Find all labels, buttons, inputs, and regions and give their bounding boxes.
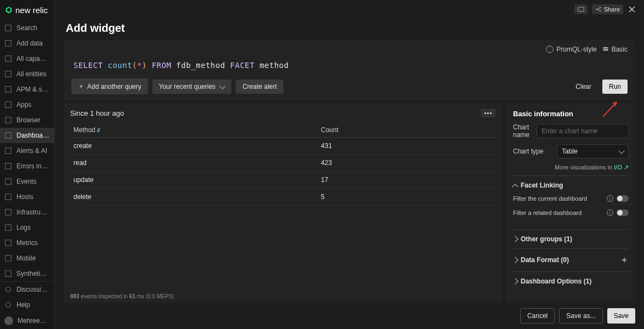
keyboard-shortcut-chip[interactable] <box>574 4 588 14</box>
query-editor[interactable]: SELECT count(*) FROM fdb_method FACET me… <box>71 55 628 75</box>
lparen: ( <box>132 61 137 70</box>
add-data-format-button[interactable]: ＋ <box>620 254 629 266</box>
sidebar-item-apps[interactable]: Apps <box>0 97 54 112</box>
chart-name-input[interactable] <box>537 124 629 138</box>
sidebar-item-add-data[interactable]: Add data <box>0 36 54 51</box>
close-icon[interactable] <box>628 5 636 14</box>
query-panel: PromQL-style Basic SELECT count(*) FROM … <box>64 40 635 100</box>
sidebar-item-browser[interactable]: Browser <box>0 112 54 128</box>
col-method[interactable]: Method⇵ <box>69 123 317 138</box>
chat-icon <box>4 286 12 293</box>
star: * <box>137 61 142 70</box>
brand-text: new relic <box>15 5 48 15</box>
nav-main: SearchAdd dataAll capabilitiesAll entiti… <box>0 20 54 281</box>
basic-info-title: Basic information <box>513 110 629 118</box>
brand-logo[interactable]: new relic <box>0 0 54 20</box>
svg-point-20 <box>600 7 601 8</box>
svg-rect-16 <box>5 271 12 277</box>
sidebar-item-alerts-ai[interactable]: Alerts & AI <box>0 143 54 158</box>
chevron-down-icon <box>220 83 226 89</box>
chart-type-label: Chart type <box>513 148 552 155</box>
promql-label: PromQL-style <box>556 46 596 53</box>
external-link-icon: ↗ <box>622 164 629 171</box>
sidebar-item-search[interactable]: Search <box>0 20 54 36</box>
sidebar-item-errors-inbox[interactable]: Errors inbox <box>0 158 54 174</box>
other-groups-header[interactable]: Other groups (1) <box>513 235 629 243</box>
globe-icon <box>546 46 554 53</box>
result-menu-button[interactable]: ••• <box>481 109 495 117</box>
layers-icon <box>4 208 12 216</box>
nav-label: Mobile <box>16 254 36 262</box>
cell-count: 423 <box>317 155 497 172</box>
sidebar-item-hosts[interactable]: Hosts <box>0 189 54 205</box>
page-title: Add widget <box>55 14 644 40</box>
result-panel: Since 1 hour ago ••• Method⇵ Count creat… <box>64 103 502 303</box>
chevron-right-icon <box>512 278 518 284</box>
plus-icon <box>4 39 12 47</box>
svg-rect-5 <box>5 102 12 108</box>
run-button[interactable]: Run <box>602 80 628 94</box>
sidebar-item-all-entities[interactable]: All entities <box>0 66 54 82</box>
info-icon[interactable]: i <box>607 195 613 202</box>
table-row[interactable]: delete5 <box>69 189 497 206</box>
bell-icon <box>4 147 12 155</box>
col-count[interactable]: Count <box>317 123 497 138</box>
info-icon[interactable]: i <box>607 209 613 216</box>
cell-method: create <box>69 138 317 155</box>
promql-toggle[interactable]: PromQL-style <box>546 46 596 53</box>
basic-toggle[interactable]: Basic <box>602 46 628 53</box>
data-format-header[interactable]: Data Format (0) ＋ <box>513 254 629 266</box>
sidebar: new relic SearchAdd dataAll capabilities… <box>0 0 55 329</box>
svg-rect-8 <box>5 148 12 154</box>
table-row[interactable]: read423 <box>69 155 497 172</box>
create-alert-button[interactable]: Create alert <box>236 80 283 94</box>
dashboard-options-header[interactable]: Dashboard Options (1) <box>513 277 629 285</box>
chevron-right-icon <box>512 257 518 263</box>
plus-icon: ＋ <box>78 82 84 91</box>
clear-button[interactable]: Clear <box>569 80 598 94</box>
facet-linking-header[interactable]: Facet Linking <box>513 181 629 189</box>
nav-label: Search <box>16 24 37 32</box>
filter-related-label: Filter a related dashboard <box>513 209 603 217</box>
cell-method: delete <box>69 189 317 206</box>
more-viz-link[interactable]: More visualizations in I/O ↗ <box>513 164 629 171</box>
chart-type-select[interactable]: Table <box>557 144 629 158</box>
sidebar-item-apm-services[interactable]: APM & services <box>0 82 54 97</box>
nav-label: Add data <box>16 39 43 47</box>
sidebar-item-events[interactable]: Events <box>0 174 54 189</box>
table-row[interactable]: update17 <box>69 172 497 189</box>
recent-queries-button[interactable]: Your recent queries <box>152 80 232 94</box>
sidebar-item-infrastructure[interactable]: Infrastructure <box>0 205 54 220</box>
nav-label: All capabilities <box>16 55 50 63</box>
nav-label: Browser <box>16 116 41 124</box>
fn-count: count <box>108 61 133 70</box>
svg-rect-12 <box>5 209 12 215</box>
svg-point-18 <box>6 303 11 308</box>
sidebar-footer-mehreen-tahir[interactable]: Mehreen Tahir <box>0 313 54 329</box>
add-query-button[interactable]: ＋ Add another query <box>71 78 148 94</box>
sidebar-item-mobile[interactable]: Mobile <box>0 251 54 266</box>
sidebar-item-synthetic-monitori[interactable]: Synthetic monitori <box>0 266 54 281</box>
config-panel: Basic information Chart name Chart type … <box>506 103 635 303</box>
filter-related-toggle[interactable] <box>617 209 629 216</box>
share-button[interactable]: Share <box>592 4 623 14</box>
ident-col: method <box>259 61 289 70</box>
chevron-down-icon <box>618 148 624 154</box>
cancel-button[interactable]: Cancel <box>520 308 555 324</box>
topbar: Share <box>55 0 644 14</box>
sidebar-item-logs[interactable]: Logs <box>0 220 54 235</box>
avatar <box>4 316 13 325</box>
sidebar-item-metrics[interactable]: Metrics <box>0 235 54 251</box>
table-row[interactable]: create431 <box>69 138 497 155</box>
sidebar-item-all-capabilities[interactable]: All capabilities <box>0 51 54 66</box>
save-as-button[interactable]: Save as... <box>559 308 602 324</box>
sidebar-footer-discussions[interactable]: Discussions <box>0 282 54 297</box>
svg-point-21 <box>600 10 601 12</box>
nav-label: Dashboards <box>16 132 50 139</box>
sidebar-footer-help[interactable]: Help <box>0 297 54 313</box>
svg-rect-4 <box>5 87 12 93</box>
cell-count: 5 <box>317 189 497 206</box>
sidebar-item-dashboards[interactable]: Dashboards <box>0 128 54 143</box>
filter-current-toggle[interactable] <box>617 195 629 202</box>
save-button[interactable]: Save <box>607 308 635 324</box>
